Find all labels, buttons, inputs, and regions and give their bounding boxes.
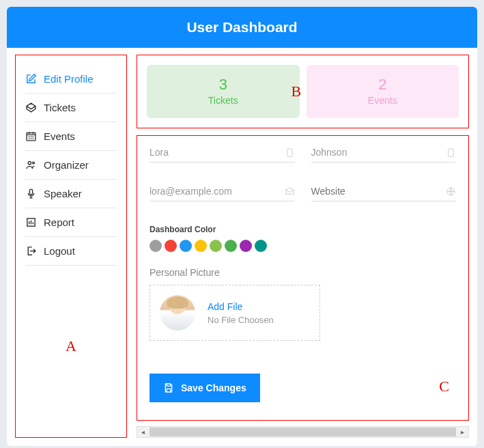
stat-events[interactable]: 2 Events — [307, 65, 459, 118]
page-header: User Dashboard — [7, 7, 477, 48]
edit-icon — [25, 73, 37, 85]
save-button-label: Save Changes — [181, 382, 246, 393]
color-swatch[interactable] — [150, 240, 162, 252]
personal-picture-label: Personal Picture — [150, 267, 456, 278]
mail-icon — [285, 186, 295, 197]
ticket-icon — [25, 102, 37, 113]
report-icon — [25, 216, 37, 228]
mic-icon — [25, 188, 37, 199]
sidebar-item-label: Events — [44, 130, 75, 142]
website-input[interactable] — [311, 186, 446, 197]
stat-events-count: 2 — [307, 76, 459, 94]
annotation-a: A — [16, 337, 126, 355]
sidebar-item-label: Speaker — [44, 188, 82, 199]
globe-icon — [446, 186, 456, 197]
color-swatch[interactable] — [165, 240, 177, 252]
last-name-input[interactable] — [311, 147, 446, 158]
sidebar-item-label: Organizer — [44, 159, 89, 171]
svg-point-2 — [33, 162, 35, 164]
svg-rect-6 — [449, 148, 454, 156]
email-field-wrap — [150, 186, 295, 201]
sidebar-item-report[interactable]: Report — [25, 208, 117, 237]
sidebar: Edit Profile Tickets Events Organizer Sp… — [15, 55, 127, 438]
save-changes-button[interactable]: Save Changes — [150, 374, 260, 402]
main-content: 3 Tickets 2 Events B — [137, 55, 469, 438]
dashboard-color-label: Dashboard Color — [150, 225, 456, 234]
sidebar-item-edit-profile[interactable]: Edit Profile — [25, 65, 117, 94]
first-name-field-wrap — [150, 147, 295, 163]
dashboard-container: Edit Profile Tickets Events Organizer Sp… — [7, 48, 477, 446]
sidebar-item-organizer[interactable]: Organizer — [25, 151, 117, 180]
sidebar-item-label: Report — [44, 216, 74, 228]
color-swatch[interactable] — [240, 240, 252, 252]
color-swatch[interactable] — [225, 240, 237, 252]
user-icon — [285, 148, 295, 158]
color-swatch[interactable] — [195, 240, 207, 252]
page-title: User Dashboard — [186, 19, 297, 35]
upload-box[interactable]: Add File No File Choosen — [150, 285, 320, 341]
avatar — [160, 295, 195, 331]
calendar-icon — [25, 130, 37, 142]
no-file-text: No File Choosen — [208, 315, 274, 325]
add-file-link[interactable]: Add File — [208, 301, 274, 312]
stat-events-label: Events — [307, 95, 459, 106]
annotation-b: B — [291, 83, 301, 100]
sidebar-item-events[interactable]: Events — [25, 122, 117, 151]
email-input[interactable] — [150, 186, 285, 197]
sidebar-item-logout[interactable]: Logout — [25, 237, 117, 266]
color-swatch[interactable] — [210, 240, 222, 252]
organizer-icon — [25, 159, 37, 171]
sidebar-item-label: Tickets — [44, 102, 76, 113]
sidebar-item-label: Edit Profile — [44, 73, 94, 85]
sidebar-item-speaker[interactable]: Speaker — [25, 180, 117, 208]
stat-tickets-label: Tickets — [147, 95, 300, 106]
user-icon — [446, 148, 456, 158]
scroll-right-arrow[interactable]: ▸ — [457, 427, 468, 437]
color-swatch[interactable] — [255, 240, 267, 252]
svg-point-1 — [28, 162, 31, 165]
horizontal-scrollbar[interactable]: ◂ ▸ — [137, 426, 469, 438]
stat-tickets[interactable]: 3 Tickets — [147, 65, 300, 118]
svg-rect-5 — [287, 148, 292, 156]
profile-form: Dashboard Color Personal Picture Add Fil… — [137, 135, 469, 421]
color-swatch[interactable] — [180, 240, 192, 252]
scroll-thumb[interactable] — [150, 428, 456, 436]
stats-panel: 3 Tickets 2 Events B — [137, 55, 469, 128]
first-name-input[interactable] — [150, 147, 285, 158]
save-icon — [163, 382, 174, 393]
annotation-c: C — [439, 378, 449, 395]
color-swatches — [150, 240, 456, 252]
stat-tickets-count: 3 — [147, 76, 300, 94]
scroll-left-arrow[interactable]: ◂ — [137, 427, 149, 437]
svg-rect-3 — [29, 189, 32, 195]
website-field-wrap — [311, 186, 457, 201]
last-name-field-wrap — [311, 147, 457, 163]
logout-icon — [25, 245, 37, 257]
sidebar-item-label: Logout — [44, 245, 75, 257]
sidebar-item-tickets[interactable]: Tickets — [25, 94, 117, 122]
